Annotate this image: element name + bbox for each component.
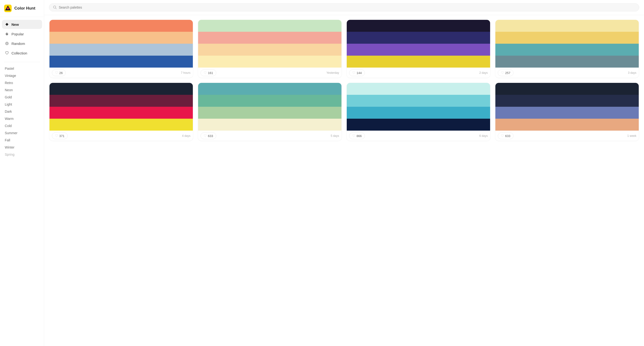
palette-card[interactable]: ♡2573 days <box>495 20 639 78</box>
diamond-icon <box>5 22 9 26</box>
palette-card[interactable]: ♡3714 days <box>50 83 193 141</box>
like-count: 633 <box>505 134 510 138</box>
palette-card[interactable]: ♡6331 week <box>495 83 639 141</box>
time-label: 5 days <box>331 134 339 138</box>
palette-colors <box>50 83 193 131</box>
palette-colors <box>50 20 193 68</box>
heart-icon <box>5 51 9 55</box>
palette-colors <box>495 83 639 131</box>
nav-item-popular[interactable]: Popular <box>2 29 42 38</box>
nav-section: New Popular Random <box>0 17 44 60</box>
tag-light[interactable]: Light <box>2 101 42 108</box>
logo-area: Color Hunt <box>0 0 44 17</box>
like-count: 144 <box>356 71 362 75</box>
time-label: 7 hours <box>181 71 190 74</box>
color-swatch <box>50 32 193 44</box>
like-button[interactable]: ♡371 <box>52 132 68 139</box>
like-count: 26 <box>59 71 62 75</box>
tag-warm[interactable]: Warm <box>2 115 42 122</box>
color-swatch <box>495 44 639 56</box>
color-swatch <box>198 107 342 119</box>
search-input[interactable] <box>59 5 635 9</box>
color-swatch <box>347 44 490 56</box>
tag-neon[interactable]: Neon <box>2 86 42 94</box>
search-icon <box>53 5 57 9</box>
like-button[interactable]: ♡26 <box>52 69 66 76</box>
search-wrapper <box>44 0 644 15</box>
palette-footer: ♡267 hours <box>50 68 193 78</box>
tag-dark[interactable]: Dark <box>2 108 42 115</box>
like-button[interactable]: ♡866 <box>349 132 365 139</box>
heart-icon: ♡ <box>204 134 207 138</box>
like-count: 633 <box>208 134 213 138</box>
time-label: 3 days <box>628 71 636 74</box>
color-swatch <box>495 32 639 44</box>
color-swatch <box>50 107 193 119</box>
color-swatch <box>347 83 490 95</box>
search-bar[interactable] <box>49 3 639 11</box>
heart-icon: ♡ <box>501 134 504 138</box>
palette-colors <box>347 20 490 68</box>
like-button[interactable]: ♡257 <box>498 69 514 76</box>
palette-card[interactable]: ♡6335 days <box>198 83 342 141</box>
svg-point-4 <box>6 43 8 44</box>
tag-winter[interactable]: Winter <box>2 144 42 151</box>
time-label: Yesterday <box>326 71 339 74</box>
color-swatch <box>50 20 193 32</box>
palette-colors <box>347 83 490 131</box>
color-swatch <box>495 119 639 131</box>
nav-item-collection[interactable]: Collection <box>2 48 42 57</box>
like-count: 161 <box>208 71 213 75</box>
tag-gold[interactable]: Gold <box>2 94 42 101</box>
palette-colors <box>198 20 342 68</box>
tag-pastel[interactable]: Pastel <box>2 65 42 72</box>
svg-point-2 <box>7 7 9 9</box>
color-swatch <box>347 95 490 107</box>
nav-divider <box>4 62 40 62</box>
palette-card[interactable]: ♡161Yesterday <box>198 20 342 78</box>
color-swatch <box>495 95 639 107</box>
palette-card[interactable]: ♡267 hours <box>50 20 193 78</box>
palette-card[interactable]: ♡1442 days <box>347 20 490 78</box>
tag-spring[interactable]: Spring <box>2 151 42 158</box>
color-swatch <box>50 119 193 131</box>
nav-item-new[interactable]: New <box>2 20 42 29</box>
palette-card[interactable]: ♡8666 days <box>347 83 490 141</box>
like-button[interactable]: ♡144 <box>349 69 365 76</box>
tag-vintage[interactable]: Vintage <box>2 72 42 79</box>
color-swatch <box>495 56 639 68</box>
palette-colors <box>198 83 342 131</box>
heart-icon: ♡ <box>352 134 355 138</box>
fire-icon <box>5 32 9 36</box>
heart-icon: ♡ <box>55 71 58 75</box>
sidebar: Color Hunt New Popular <box>0 0 44 346</box>
main-content: ♡267 hours♡161Yesterday♡1442 days♡2573 d… <box>44 0 644 346</box>
color-swatch <box>50 95 193 107</box>
tag-cold[interactable]: Cold <box>2 122 42 129</box>
tag-retro[interactable]: Retro <box>2 79 42 86</box>
app-title: Color Hunt <box>14 6 35 11</box>
palette-footer: ♡2573 days <box>495 68 639 78</box>
color-swatch <box>198 44 342 56</box>
nav-item-random[interactable]: Random <box>2 39 42 48</box>
palette-colors <box>495 20 639 68</box>
color-swatch <box>347 119 490 131</box>
heart-icon: ♡ <box>501 71 504 75</box>
tag-summer[interactable]: Summer <box>2 129 42 137</box>
palette-footer: ♡1442 days <box>347 68 490 78</box>
color-swatch <box>347 20 490 32</box>
palette-footer: ♡161Yesterday <box>198 68 342 78</box>
palette-grid: ♡267 hours♡161Yesterday♡1442 days♡2573 d… <box>44 15 644 346</box>
palette-footer: ♡8666 days <box>347 131 490 141</box>
palette-footer: ♡3714 days <box>50 131 193 141</box>
like-button[interactable]: ♡633 <box>498 132 514 139</box>
tag-fall[interactable]: Fall <box>2 137 42 144</box>
like-button[interactable]: ♡161 <box>200 69 216 76</box>
color-swatch <box>50 56 193 68</box>
time-label: 2 days <box>479 71 488 74</box>
color-swatch <box>198 119 342 131</box>
like-button[interactable]: ♡633 <box>200 132 216 139</box>
color-swatch <box>495 20 639 32</box>
svg-line-6 <box>56 8 57 9</box>
color-swatch <box>198 32 342 44</box>
